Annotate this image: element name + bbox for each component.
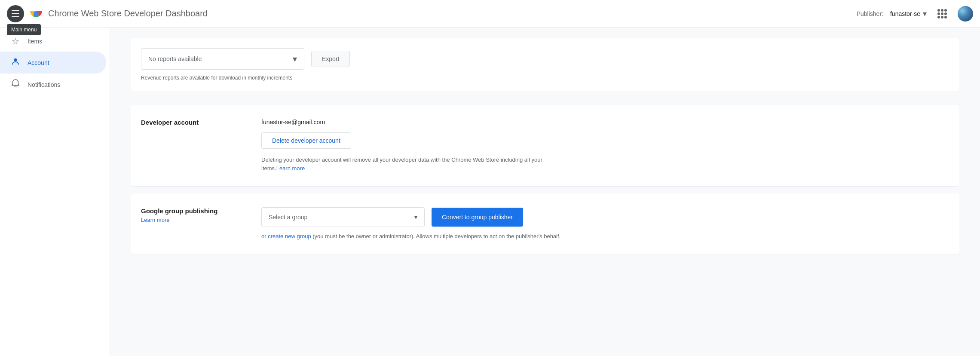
publisher-dropdown-arrow-icon: ▾ <box>923 9 927 18</box>
main-content: No reports available ▾ Export Revenue re… <box>110 28 980 356</box>
delete-learn-more-link[interactable]: Learn more <box>276 165 305 172</box>
group-publishing-content: Select a group ▾ Convert to group publis… <box>261 207 949 241</box>
apps-grid-button[interactable] <box>934 5 951 22</box>
user-avatar[interactable] <box>958 6 973 21</box>
sidebar-item-notifications-label: Notifications <box>28 81 60 88</box>
group-publishing-label-col: Google group publishing Learn more <box>141 207 261 241</box>
report-row: No reports available ▾ Export <box>141 48 949 70</box>
account-email: funastor-se@gmail.com <box>261 119 949 126</box>
group-publishing-label: Google group publishing <box>141 207 261 215</box>
publisher-name: funastor-se <box>890 10 920 17</box>
reports-section: No reports available ▾ Export Revenue re… <box>131 38 959 91</box>
reports-dropdown-label: No reports available <box>148 55 202 62</box>
group-row: Select a group ▾ Convert to group publis… <box>261 207 949 227</box>
chrome-logo-icon <box>29 7 43 21</box>
convert-to-group-publisher-button[interactable]: Convert to group publisher <box>432 208 523 227</box>
items-icon: ☆ <box>10 36 21 46</box>
svg-point-3 <box>14 58 17 61</box>
sidebar-item-items-label: Items <box>28 38 42 45</box>
menu-button[interactable]: Main menu <box>7 5 24 22</box>
export-button[interactable]: Export <box>311 51 350 67</box>
sidebar: ☆ Items Account Notifications <box>0 28 110 356</box>
account-icon <box>10 57 21 68</box>
sidebar-item-account-label: Account <box>28 59 49 66</box>
avatar-image <box>958 6 973 21</box>
create-group-prefix: or <box>261 233 266 239</box>
header-right: Publisher: funastor-se ▾ <box>857 5 973 22</box>
svg-point-2 <box>34 11 39 16</box>
reports-dropdown-arrow-icon: ▾ <box>293 54 297 64</box>
developer-account-section: Developer account funastor-se@gmail.com … <box>131 105 959 187</box>
notifications-icon <box>10 79 21 90</box>
sidebar-item-notifications[interactable]: Notifications <box>0 74 106 95</box>
create-new-group-link[interactable]: create new group <box>268 233 311 239</box>
header: Main menu Chrome Web Store Developer Das… <box>0 0 980 28</box>
header-left: Main menu Chrome Web Store Developer Das… <box>7 5 857 22</box>
create-group-text: or create new group (you must be the own… <box>261 232 949 241</box>
reports-helper-text: Revenue reports are available for downlo… <box>141 75 949 81</box>
group-select-arrow-icon: ▾ <box>414 214 417 221</box>
grid-dots-icon <box>937 9 947 18</box>
publisher-label: Publisher: <box>857 10 883 17</box>
create-group-suffix: (you must be the owner or administrator)… <box>312 233 560 239</box>
developer-account-label: Developer account <box>141 119 261 126</box>
menu-tooltip: Main menu <box>7 24 41 35</box>
group-select-dropdown[interactable]: Select a group ▾ <box>261 207 425 227</box>
developer-account-content: funastor-se@gmail.com Delete developer a… <box>261 119 949 172</box>
delete-description: Deleting your developer account will rem… <box>261 156 554 172</box>
reports-dropdown[interactable]: No reports available ▾ <box>141 48 304 70</box>
sidebar-item-account[interactable]: Account <box>0 52 106 74</box>
group-publishing-section: Google group publishing Learn more Selec… <box>131 193 959 255</box>
app-title: Chrome Web Store Developer Dashboard <box>48 9 208 18</box>
main-layout: ☆ Items Account Notifications <box>0 28 980 356</box>
group-publishing-learn-more-link[interactable]: Learn more <box>141 217 169 223</box>
group-select-label: Select a group <box>269 214 307 221</box>
developer-account-label-col: Developer account <box>141 119 261 172</box>
delete-developer-account-button[interactable]: Delete developer account <box>261 132 351 149</box>
publisher-dropdown[interactable]: funastor-se ▾ <box>890 9 927 18</box>
